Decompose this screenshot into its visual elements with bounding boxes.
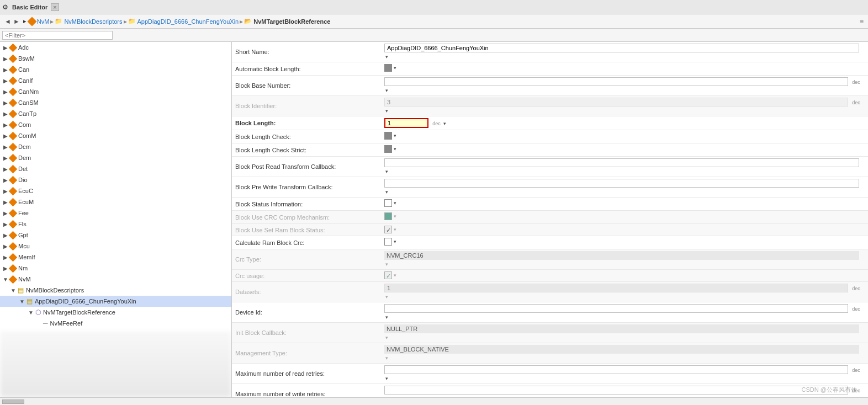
tree-item-nvmfeeref[interactable]: ─ NvMFeeRef — [0, 318, 231, 329]
blockstatus-dropdown[interactable]: ▾ — [394, 200, 396, 206]
expand-comm[interactable]: ▶ — [2, 132, 9, 139]
h-scrollbar-thumb[interactable] — [2, 399, 24, 404]
blocklengthcheckstrict-dropdown[interactable]: ▾ — [394, 146, 396, 152]
tree-item-ecuc[interactable]: ▶ EcuC — [0, 185, 231, 196]
expand-ecum[interactable]: ▶ — [2, 199, 9, 205]
close-button[interactable]: × — [51, 3, 59, 11]
expand-adc[interactable]: ▶ — [2, 44, 9, 51]
datasets-dropdown: ▾ — [385, 294, 388, 300]
prewrite-input[interactable] — [384, 179, 859, 188]
tree-item-comm[interactable]: ▶ ComM — [0, 130, 231, 141]
blocklengthcheck-dropdown[interactable]: ▾ — [394, 133, 396, 138]
expand-ecuc[interactable]: ▶ — [2, 188, 9, 194]
breadcrumb-nvmblockdescriptors[interactable]: 📁 NvMBlockDescriptors — [55, 18, 122, 25]
deviceid-input[interactable] — [384, 304, 848, 313]
tree-item-com[interactable]: ▶ Com — [0, 119, 231, 130]
tree-item-fls[interactable]: ▶ Fls — [0, 219, 231, 230]
deviceid-dec: dec — [852, 306, 860, 312]
shortname-input[interactable] — [384, 44, 859, 52]
expand-bswm[interactable]: ▶ — [2, 55, 9, 62]
expand-dcm[interactable]: ▶ — [2, 143, 9, 150]
tree-item-cansm[interactable]: ▶ CanSM — [0, 97, 231, 108]
breadcrumb-descriptors-label[interactable]: NvMBlockDescriptors — [64, 18, 122, 25]
expand-det[interactable]: ▶ — [2, 166, 9, 172]
expand-nvmtarget[interactable]: ▼ — [28, 309, 34, 316]
postread-dropdown[interactable]: ▾ — [385, 169, 388, 174]
expand-fee[interactable]: ▶ — [2, 210, 9, 216]
expand-fls[interactable]: ▶ — [2, 221, 9, 227]
expand-gpt[interactable]: ▶ — [2, 232, 9, 238]
tree-item-can[interactable]: ▶ Can — [0, 64, 231, 75]
expand-canif[interactable]: ▶ — [2, 77, 9, 84]
tree-item-det[interactable]: ▶ Det — [0, 163, 231, 174]
calcramcrc-checkbox[interactable] — [384, 238, 392, 246]
nav-forward-button[interactable]: ► — [12, 18, 21, 25]
breadcrumb-nvm-label[interactable]: NvM — [37, 18, 50, 25]
expand-com[interactable]: ▶ — [2, 121, 9, 128]
postread-input[interactable] — [384, 158, 859, 167]
expand-nvm[interactable]: ▼ — [2, 276, 9, 283]
maxreadretries-input[interactable] — [384, 365, 848, 374]
tree-item-nm[interactable]: ▶ Nm — [0, 263, 231, 274]
filter-input[interactable] — [2, 31, 113, 40]
tree-item-cannm[interactable]: ▶ CanNm — [0, 86, 231, 97]
tree-item-memif[interactable]: ▶ MemIf — [0, 252, 231, 263]
expand-nm[interactable]: ▶ — [2, 265, 9, 271]
settings-button[interactable]: ≡ — [859, 18, 865, 25]
blocklength-input[interactable] — [384, 118, 428, 128]
shortname-dropdown[interactable]: ▾ — [385, 54, 388, 60]
expand-mcu[interactable]: ▶ — [2, 243, 9, 249]
tree-item-dcm[interactable]: ▶ Dcm — [0, 141, 231, 152]
prop-row-blocklengthcheckstrict: Block Length Check Strict: ▾ — [232, 143, 868, 157]
breadcrumb-nvm[interactable]: NvM — [29, 18, 50, 25]
nav-back-button[interactable]: ◄ — [3, 18, 12, 25]
folder2-icon: 📁 — [128, 18, 136, 25]
blockidentifier-dropdown[interactable]: ▾ — [385, 108, 388, 114]
tree-item-bswm[interactable]: ▶ BswM — [0, 53, 231, 64]
watermark: CSDN @公春风有信 — [802, 386, 857, 394]
breadcrumb-appdiagdid[interactable]: 📁 AppDiagDID_6666_ChunFengYouXin — [128, 18, 239, 25]
blockbasenumber-dropdown[interactable]: ▾ — [385, 88, 388, 93]
expand-dio[interactable]: ▶ — [2, 177, 9, 183]
expand-memif[interactable]: ▶ — [2, 254, 9, 260]
breadcrumb-bar: ◄ ► ▸ NvM ▸ 📁 NvMBlockDescriptors ▸ 📁 Ap… — [0, 14, 868, 29]
tree-item-adc[interactable]: ▶ Adc — [0, 42, 231, 53]
autoblocklength-dropdown[interactable]: ▾ — [394, 65, 396, 71]
expand-cansm[interactable]: ▶ — [2, 99, 9, 106]
breadcrumb-target-label[interactable]: NvMTargetBlockReference — [253, 18, 330, 25]
tree-item-fee[interactable]: ▶ Fee — [0, 207, 231, 219]
calcramcrc-dropdown[interactable]: ▾ — [394, 239, 396, 244]
blocklengthcheckstrict-checkbox[interactable] — [384, 145, 392, 153]
expand-nvmblockdesc[interactable]: ▼ — [10, 287, 17, 294]
tree-item-canif[interactable]: ▶ CanIf — [0, 75, 231, 86]
tree-item-nvmtarget[interactable]: ▼ ⬡ NvMTargetBlockReference — [0, 307, 231, 318]
tree-item-gpt[interactable]: ▶ Gpt — [0, 230, 231, 241]
blockbasenumber-input[interactable] — [384, 77, 848, 86]
tree-item-ecum[interactable]: ▶ EcuM — [0, 196, 231, 207]
maxreadretries-dropdown[interactable]: ▾ — [385, 376, 388, 381]
expand-cantp[interactable]: ▶ — [2, 110, 9, 117]
breadcrumb-nvmtarget[interactable]: 📂 NvMTargetBlockReference — [244, 18, 330, 25]
deviceid-dropdown[interactable]: ▾ — [385, 315, 388, 320]
maxwriteretries-input[interactable] — [384, 386, 848, 395]
blocklengthcheck-checkbox[interactable] — [384, 132, 392, 140]
tree-item-mcu[interactable]: ▶ Mcu — [0, 241, 231, 252]
tree-item-nvmblockdesc[interactable]: ▼ ▤ NvMBlockDescriptors — [0, 285, 231, 296]
autoblocklength-checkbox[interactable] — [384, 64, 392, 72]
breadcrumb-appdiag-label[interactable]: AppDiagDID_6666_ChunFengYouXin — [137, 18, 239, 25]
tree-item-appdiagdid[interactable]: ▼ ▤ AppDiagDID_6666_ChunFengYouXin — [0, 296, 231, 307]
initcallback-dropdown: ▾ — [385, 335, 388, 340]
deviceid-value: dec ▾ — [381, 302, 868, 323]
expand-appdiagdid[interactable]: ▼ — [19, 298, 25, 305]
expand-cannm[interactable]: ▶ — [2, 88, 9, 95]
blocklength-dropdown[interactable]: ▾ — [443, 121, 446, 126]
blockstatus-checkbox[interactable] — [384, 199, 392, 207]
tree-item-dio[interactable]: ▶ Dio — [0, 174, 231, 185]
expand-dem[interactable]: ▶ — [2, 154, 9, 161]
tree-item-cantp[interactable]: ▶ CanTp — [0, 108, 231, 119]
expand-can[interactable]: ▶ — [2, 66, 9, 73]
autoblocklength-label: Automatic Block Length: — [232, 62, 381, 76]
tree-item-nvm[interactable]: ▼ NvM — [0, 274, 231, 285]
prewrite-dropdown[interactable]: ▾ — [385, 189, 388, 195]
tree-item-dem[interactable]: ▶ Dem — [0, 152, 231, 163]
